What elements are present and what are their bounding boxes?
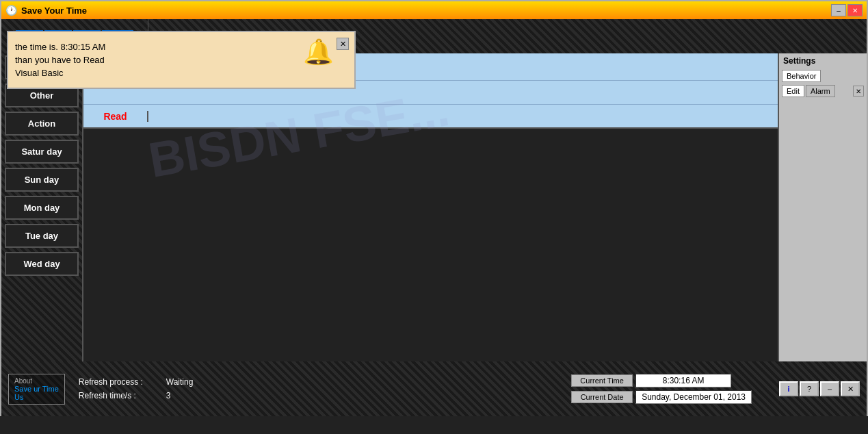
content-area: 1hr Read [83,53,778,361]
close-button[interactable]: ✕ [847,4,863,16]
about-box: About Save ur Time Us [8,374,65,405]
sidebar-sun-day[interactable]: Sun day [5,168,79,192]
settings-header: Settings [779,53,867,68]
notif-line-2: than you have to Read [15,55,347,65]
notif-bell-icon: 🔔 [303,38,334,66]
app-icon: 🕐 [5,5,17,16]
current-date-value: Sunday, December 01, 2013 [635,390,752,404]
status-section: Refresh process : Waiting Refresh time/s… [79,377,194,400]
current-date-row: Current Date Sunday, December 01, 2013 [571,390,752,404]
status-close-button[interactable]: ✕ [841,381,860,396]
app-title: Save Your Time [21,5,87,16]
notif-line-3: Visual Basic [15,68,347,78]
sidebar-mon-day[interactable]: Mon day [5,196,79,220]
refresh-time-value: 3 [166,391,171,400]
notif-close-button[interactable]: ✕ [337,38,349,50]
alarm-button[interactable]: Alarm [806,85,835,97]
sidebar-wed-day[interactable]: Wed day [5,252,79,276]
help-button[interactable]: ? [800,381,819,396]
current-time-value: 8:30:16 AM [635,374,731,387]
sidebar-action[interactable]: Action [5,112,79,136]
current-date-button[interactable]: Current Date [571,391,633,403]
notification-popup: the time is. 8:30:15 AM than you have to… [7,31,356,89]
col-headers-row: Read [83,105,778,129]
schedule-area [83,129,778,361]
sidebar-tue-day[interactable]: Tue day [5,224,79,248]
about-us-link[interactable]: Us [14,393,59,401]
sidebar-satur-day[interactable]: Satur day [5,140,79,164]
refresh-time-row: Refresh time/s : 3 [79,391,194,400]
settings-close-x[interactable]: ✕ [853,86,864,97]
notif-line-1: the time is. 8:30:15 AM [15,42,347,52]
about-links: Save ur Time Us [14,385,59,401]
right-panel: Settings Behavior Edit Alarm ✕ [778,53,867,361]
bottom-buttons: i ? – ✕ [779,381,860,396]
about-title: About [14,377,59,385]
title-bar-left: 🕐 Save Your Time [5,5,87,16]
current-time-row: Current Time 8:30:16 AM [571,374,752,387]
status-min-button[interactable]: – [820,381,839,396]
info-button[interactable]: i [779,381,798,396]
refresh-process-label: Refresh process : [79,377,161,387]
left-sidebar: Free time Other Action Satur day Sun day… [1,53,83,361]
current-time-button[interactable]: Current Time [571,374,633,387]
datetime-section: Current Time 8:30:16 AM Current Date Sun… [571,374,752,404]
title-bar-controls: – ✕ [831,4,863,16]
read-header: Read [83,111,148,122]
settings-buttons: Edit Alarm ✕ [779,84,867,99]
title-bar: 🕐 Save Your Time – ✕ [0,0,868,19]
about-save-link[interactable]: Save ur Time [14,385,59,393]
refresh-process-value: Waiting [166,377,194,387]
refresh-time-label: Refresh time/s : [79,391,161,400]
minimize-button[interactable]: – [831,4,846,16]
main-layout: Free time Other Action Satur day Sun day… [0,53,868,361]
edit-button[interactable]: Edit [782,85,804,97]
refresh-process-row: Refresh process : Waiting [79,377,194,387]
status-bar: About Save ur Time Us Refresh process : … [0,361,868,416]
settings-tabs: Behavior [779,68,867,84]
behavior-tab[interactable]: Behavior [782,70,821,82]
